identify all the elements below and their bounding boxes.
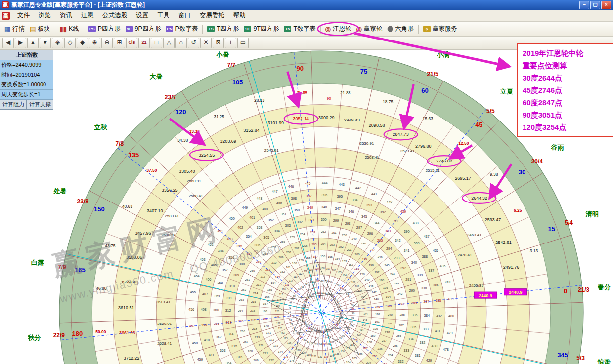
- svg-text:293: 293: [394, 256, 400, 260]
- annotation-line-0: 2019年江恩轮中轮: [523, 47, 613, 59]
- menu-item-4[interactable]: 公式选股: [98, 10, 131, 21]
- svg-text:399: 399: [276, 201, 282, 204]
- svg-text:189: 189: [370, 334, 376, 337]
- svg-text:360: 360: [213, 308, 219, 312]
- svg-text:345: 345: [361, 215, 367, 218]
- tool-select-tool[interactable]: ▭: [237, 38, 249, 48]
- toolbar-item-hexagon[interactable]: 六角形: [385, 24, 416, 34]
- tool-move-tool[interactable]: +: [225, 38, 236, 48]
- menu-item-7[interactable]: 窗口: [174, 10, 195, 21]
- toolbar-item-quotes[interactable]: ▦行情: [2, 24, 27, 34]
- toolbar-item-9p-square[interactable]: 9P9P四方形: [123, 24, 164, 34]
- svg-text:408: 408: [201, 308, 207, 311]
- tool-calendar[interactable]: 21: [138, 38, 150, 48]
- tool-zoom-out[interactable]: ⊖: [101, 38, 113, 48]
- 9p-square-label: 9P四方形: [135, 25, 161, 33]
- tool-boxed-x-tool[interactable]: ⊠: [213, 38, 224, 48]
- maximize-button[interactable]: ▢: [590, 1, 600, 9]
- svg-text:2644.32: 2644.32: [471, 196, 487, 201]
- menu-item-6[interactable]: 工具: [153, 10, 174, 21]
- svg-text:312: 312: [225, 309, 231, 312]
- svg-text:143: 143: [363, 318, 367, 321]
- toolbar-item-p-number-table[interactable]: PNP数字表: [163, 24, 200, 34]
- svg-text:203: 203: [330, 243, 335, 246]
- svg-text:30: 30: [519, 168, 525, 176]
- svg-text:处暑: 处暑: [53, 187, 67, 195]
- menu-item-8[interactable]: 交易委托: [195, 10, 229, 21]
- tool-back[interactable]: ◀: [2, 38, 14, 48]
- svg-text:357: 357: [222, 268, 228, 272]
- svg-text:351: 351: [281, 212, 287, 216]
- toolbar-item-kline[interactable]: ▮▮K线: [57, 24, 82, 34]
- svg-text:104: 104: [343, 274, 347, 277]
- svg-text:296: 296: [367, 232, 373, 235]
- tool-triangle-tool[interactable]: △: [163, 38, 175, 48]
- svg-text:4: 4: [338, 302, 340, 305]
- svg-text:2898.58: 2898.58: [369, 123, 385, 128]
- calc-support-button[interactable]: 计算支撑: [27, 100, 53, 110]
- svg-text:344: 344: [374, 221, 380, 225]
- tool-zoom-in[interactable]: ⊕: [89, 38, 100, 48]
- svg-text:2515.31: 2515.31: [426, 168, 440, 173]
- tool-grid[interactable]: ⊞: [114, 38, 125, 48]
- toolbar-item-t-number-table[interactable]: TNT数字表: [281, 24, 318, 34]
- tool-filter[interactable]: ▼: [40, 38, 51, 48]
- svg-text:69: 69: [291, 298, 294, 301]
- svg-text:163: 163: [275, 276, 280, 279]
- tool-forward[interactable]: ▶: [15, 38, 26, 48]
- svg-text:60: 60: [421, 87, 428, 94]
- svg-text:145: 145: [375, 305, 381, 308]
- tool-rotate-tool[interactable]: ↺: [188, 38, 199, 48]
- menu-item-5[interactable]: 设置: [131, 10, 153, 21]
- svg-text:48: 48: [340, 312, 343, 315]
- svg-text:99: 99: [361, 295, 364, 298]
- tool-cls[interactable]: Cls: [126, 38, 137, 48]
- svg-text:77: 77: [294, 330, 297, 333]
- svg-text:142: 142: [362, 324, 366, 326]
- svg-text:299: 299: [333, 219, 339, 222]
- svg-text:173: 173: [273, 344, 279, 347]
- tool-arc-tool[interactable]: ∩: [175, 38, 187, 48]
- toolbar-item-p-square[interactable]: PSP四方形: [86, 24, 123, 34]
- tool-delete-tool[interactable]: ✕: [200, 38, 212, 48]
- toolbar-item-t-square[interactable]: TST四方形: [205, 24, 241, 34]
- svg-text:444: 444: [322, 181, 328, 185]
- toolbar-separator: [202, 25, 203, 34]
- svg-text:252: 252: [321, 230, 326, 233]
- svg-text:2593.47: 2593.47: [485, 217, 501, 222]
- svg-text:21/5: 21/5: [427, 71, 438, 78]
- kline-label: K线: [69, 25, 79, 33]
- svg-text:128: 128: [296, 349, 301, 352]
- toolbar-item-sectors[interactable]: ▤板块: [27, 24, 52, 34]
- svg-text:258: 258: [263, 252, 268, 255]
- annotation-line-1: 重要点位测算: [523, 59, 613, 72]
- tool-pointer[interactable]: ▲: [27, 38, 39, 48]
- menu-bar: 赢 文件浏览资讯江恩公式选股设置工具窗口交易委托帮助: [0, 10, 613, 22]
- tool-rect-tool[interactable]: □: [151, 38, 162, 48]
- tool-diamond-outline[interactable]: ◇: [64, 38, 76, 48]
- svg-text:13: 13: [318, 291, 321, 294]
- toolbar-item-jiangenlun[interactable]: ◎江恩轮: [323, 24, 354, 34]
- svg-text:341: 341: [404, 249, 410, 252]
- calc-resistance-button[interactable]: 计算阻力: [0, 100, 27, 110]
- svg-text:谷雨: 谷雨: [551, 144, 565, 151]
- menu-item-2[interactable]: 资讯: [55, 10, 77, 21]
- close-button[interactable]: ×: [601, 1, 611, 9]
- svg-text:315: 315: [231, 344, 237, 348]
- svg-text:240: 240: [388, 313, 393, 316]
- minimize-button[interactable]: –: [579, 1, 589, 9]
- menu-item-1[interactable]: 浏览: [34, 10, 55, 21]
- menu-item-3[interactable]: 江恩: [77, 10, 98, 21]
- svg-text:243: 243: [394, 282, 400, 285]
- toolbar-item-9t-square[interactable]: 9T9T四方形: [241, 24, 281, 34]
- tool-diamond-gold[interactable]: ◈: [52, 38, 63, 48]
- tool-diamond-fill[interactable]: ◆: [77, 38, 88, 48]
- svg-text:209: 209: [278, 256, 284, 259]
- t-number-table-label: T数字表: [293, 25, 315, 33]
- svg-text:75: 75: [360, 68, 367, 75]
- svg-text:2613.41: 2613.41: [156, 300, 171, 304]
- toolbar-item-yingjialun[interactable]: ◎赢家轮: [353, 24, 385, 34]
- menu-item-0[interactable]: 文件: [13, 10, 34, 21]
- toolbar-item-service[interactable]: $赢家服务: [421, 24, 460, 34]
- menu-item-9[interactable]: 帮助: [229, 10, 250, 21]
